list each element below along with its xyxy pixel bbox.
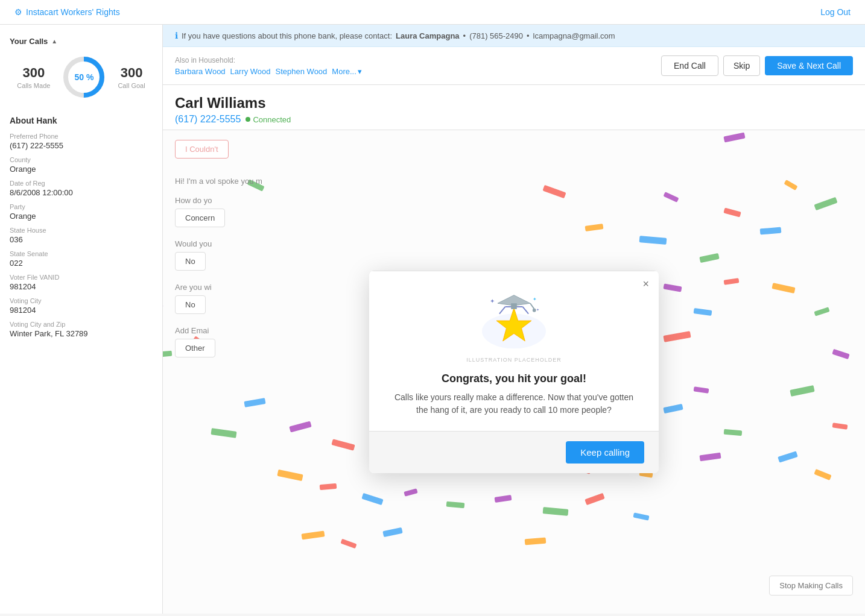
illustration-svg: ✦ ✦ ✦ [466,291,562,354]
illustration-placeholder: ✦ ✦ ✦ ILLUSTRATION PLACEHOLDER [466,291,562,363]
brand-label: Instacart Workers' Rights [26,7,120,17]
your-calls-header: Your Calls ▲ [10,37,153,46]
svg-line-12 [530,303,534,309]
call-goal-stat: 300 Call Goal [118,65,145,89]
info-contact-phone: (781) 565-2490 [469,31,523,40]
info-bar: ℹ If you have questions about this phone… [163,25,865,47]
modal-body: Congrats, you hit your goal! Calls like … [369,372,659,431]
main-layout: Your Calls ▲ 300 Calls Made 50 % 300 [0,25,865,614]
household-member-larry[interactable]: Larry Wood [230,67,271,76]
svg-rect-11 [511,303,517,309]
brand: ⚙ Instacart Workers' Rights [14,7,120,17]
contact-status-label: Connected [253,115,291,124]
donut-chart: 50 % [60,53,108,101]
skip-button[interactable]: Skip [723,55,760,76]
svg-line-6 [522,307,528,314]
contact-phone: (617) 222-5555 [175,114,241,125]
form-area: I Couldn't Hi! I'm a vol spoke you m How… [163,130,865,614]
illustration-label: ILLUSTRATION PLACEHOLDER [466,357,561,363]
calls-section: Your Calls ▲ 300 Calls Made 50 % 300 [10,37,153,101]
about-field: Preferred Phone(617) 222-5555 [10,133,153,150]
household-label: Also in Household: [175,56,362,64]
contact-status: Connected [246,115,291,124]
info-contact-name: Laura Campagna [396,31,459,40]
donut-label: 50 % [74,72,93,82]
contact-info: Carl Williams (617) 222-5555 Connected [163,85,865,130]
info-text: If you have questions about this phone b… [182,31,392,40]
contact-name: Carl Williams [175,95,853,112]
about-field: PartyOrange [10,203,153,221]
about-title: About Hank [10,116,153,125]
calls-made-label: Calls Made [17,82,50,89]
chevron-up-icon: ▲ [51,38,57,45]
chevron-down-icon: ▾ [358,67,362,76]
about-field: CountyOrange [10,156,153,174]
call-goal-label: Call Goal [118,82,145,89]
household-member-barbara[interactable]: Barbara Wood [175,67,226,76]
household-member-stephen[interactable]: Stephen Wood [276,67,328,76]
save-next-call-button[interactable]: Save & Next Call [765,56,853,75]
modal-close-button[interactable]: × [642,278,649,291]
congratulations-modal: × [369,271,659,473]
household-info: Also in Household: Barbara Wood Larry Wo… [175,56,362,76]
call-header: Also in Household: Barbara Wood Larry Wo… [163,47,865,85]
about-field: Voting City981204 [10,297,153,315]
keep-calling-button[interactable]: Keep calling [566,441,644,464]
call-goal-count: 300 [118,65,145,81]
gear-icon: ⚙ [14,7,22,17]
modal-illustration: ✦ ✦ ✦ ILLUSTRATION PLACEHOLDER [369,271,659,372]
calls-made-count: 300 [17,65,50,81]
modal-description: Calls like yours really make a differenc… [393,391,635,416]
your-calls-label: Your Calls [10,37,48,46]
svg-text:✦: ✦ [490,298,495,304]
svg-text:✦: ✦ [536,308,539,312]
about-section: About Hank Preferred Phone(617) 222-5555… [10,116,153,338]
info-icon: ℹ [175,31,178,40]
status-dot [246,117,250,122]
calls-made-stat: 300 Calls Made [17,65,50,89]
call-action-buttons: End Call Skip Save & Next Call [661,55,853,76]
svg-point-13 [533,309,536,312]
top-nav: ⚙ Instacart Workers' Rights Log Out [0,0,865,25]
info-contact-email: lcampagna@gmail.com [533,31,615,40]
svg-line-5 [499,307,505,314]
about-fields: Preferred Phone(617) 222-5555CountyOrang… [10,133,153,338]
sidebar: Your Calls ▲ 300 Calls Made 50 % 300 [0,25,163,614]
logout-button[interactable]: Log Out [820,7,851,17]
about-field: Voter File VANID981204 [10,274,153,291]
main-content: ℹ If you have questions about this phone… [163,25,865,614]
modal-title: Congrats, you hit your goal! [393,372,635,385]
svg-text:✦: ✦ [533,297,537,302]
modal-footer: Keep calling [369,432,659,473]
modal-overlay: × [163,130,865,614]
calls-stats: 300 Calls Made 50 % 300 Call Goal [10,53,153,101]
household-more-button[interactable]: More... ▾ [332,67,361,76]
household-links: Barbara Wood Larry Wood Stephen Wood Mor… [175,67,362,76]
end-call-button[interactable]: End Call [661,55,718,76]
about-field: State House036 [10,227,153,244]
contact-phone-row: (617) 222-5555 Connected [175,114,853,125]
about-field: State Senate022 [10,250,153,268]
about-field: Date of Reg8/6/2008 12:00:00 [10,180,153,197]
about-field: Voting City and ZipWinter Park, FL 32789 [10,321,153,338]
